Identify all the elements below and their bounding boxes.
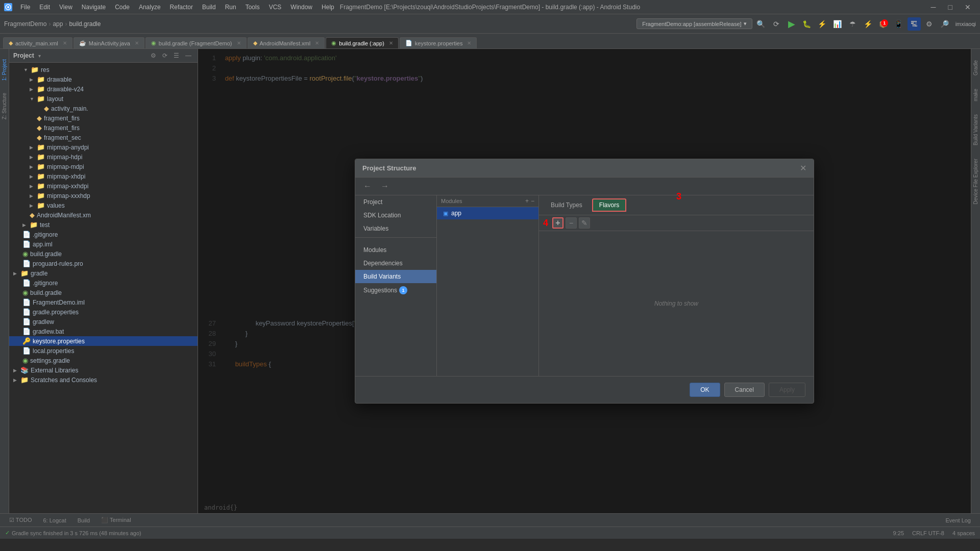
tree-item-external-libs[interactable]: ▶ 📚 External Libraries — [9, 365, 198, 375]
breadcrumb-project[interactable]: FragmentDemo — [4, 20, 46, 28]
tree-item-build-gradle-app[interactable]: ◉ build.gradle — [9, 249, 198, 259]
breadcrumb-module[interactable]: app — [53, 20, 63, 28]
tree-item-mipmap-xxxhdp[interactable]: ▶ 📁 mipmap-xxxhdp — [9, 191, 198, 201]
modal-close-button[interactable] — [605, 167, 611, 169]
attach-debug-btn[interactable]: ⚡ — [816, 17, 829, 31]
modal-menu-sdk-location[interactable]: SDK Location — [355, 209, 436, 222]
modal-menu-dependencies[interactable]: Dependencies — [355, 257, 436, 270]
tab-keystore-properties[interactable]: 📄 keystore.properties ✕ — [400, 37, 477, 48]
panel-collapse-btn[interactable]: ☰ — [172, 51, 181, 60]
panel-settings-btn[interactable]: ⚙ — [149, 51, 158, 60]
tree-item-fragment-first-2[interactable]: ◆ fragment_firs — [9, 123, 198, 133]
run-button[interactable]: ▶ — [785, 17, 798, 31]
modal-menu-variables[interactable]: Variables — [355, 222, 436, 235]
tree-item-mipmap-xxhdpi[interactable]: ▶ 📁 mipmap-xxhdpi — [9, 181, 198, 191]
search-toolbar-btn[interactable]: 🔍 — [754, 17, 768, 31]
bottom-tab-build[interactable]: Build — [72, 516, 95, 525]
modal-tab-build-types[interactable]: Build Types — [544, 199, 589, 211]
tree-item-drawable[interactable]: ▶ 📁 drawable — [9, 74, 198, 84]
tree-item-settings-gradle[interactable]: ◉ settings.gradle — [9, 356, 198, 365]
close-tab-build-gradle-project[interactable]: ✕ — [237, 40, 241, 46]
flavors-remove-btn[interactable]: − — [566, 217, 577, 229]
vert-tab-make[interactable]: make — [972, 83, 979, 107]
tree-item-drawable-v24[interactable]: ▶ 📁 drawable-v24 — [9, 84, 198, 94]
maximize-button[interactable]: □ — [943, 2, 958, 12]
menu-help[interactable]: Help — [317, 2, 338, 12]
apply-changes-btn[interactable]: ⚡ — [862, 17, 875, 31]
tree-item-activity-main[interactable]: ◆ activity_main. — [9, 104, 198, 113]
modal-menu-modules[interactable]: Modules — [355, 243, 436, 257]
tree-item-test[interactable]: ▶ 📁 test — [9, 220, 198, 230]
vert-tab-build-variants[interactable]: Build Variants — [972, 108, 979, 152]
menu-edit[interactable]: Edit — [35, 2, 54, 12]
cancel-button[interactable]: Cancel — [724, 383, 765, 397]
close-tab-build-gradle-app[interactable]: ✕ — [389, 40, 393, 46]
tree-item-gradlew[interactable]: 📄 gradlew — [9, 317, 198, 327]
menu-vcs[interactable]: VCS — [265, 2, 286, 12]
close-tab-keystore-properties[interactable]: ✕ — [467, 40, 471, 46]
sdk-manager-btn[interactable]: 📦 1 — [877, 17, 890, 31]
profile-btn[interactable]: 📊 — [831, 17, 844, 31]
tree-item-gradle[interactable]: ▶ 📁 gradle — [9, 268, 198, 278]
breadcrumb-file[interactable]: build.gradle — [69, 20, 101, 28]
vert-tab-structure[interactable]: Z: Structure — [1, 87, 8, 126]
tree-item-local-properties[interactable]: 📄 local.properties — [9, 346, 198, 356]
tree-item-scratches[interactable]: ▶ 📁 Scratches and Consoles — [9, 375, 198, 385]
menu-navigate[interactable]: Navigate — [78, 2, 110, 12]
panel-minimize-btn[interactable]: — — [183, 51, 193, 60]
run-config-selector[interactable]: FragmentDemo:app [assembleRelease] ▾ — [636, 18, 752, 29]
close-tab-androidmanifest[interactable]: ✕ — [315, 40, 319, 46]
status-crlf[interactable]: CRLF UTF-8 — [912, 530, 944, 536]
tree-item-values[interactable]: ▶ 📁 values — [9, 201, 198, 210]
vert-tab-gradle[interactable]: Gradle — [972, 54, 979, 82]
tree-item-root-gitignore[interactable]: 📄 .gitignore — [9, 278, 198, 288]
debug-button[interactable]: 🐛 — [800, 17, 814, 31]
minimize-button[interactable]: ─ — [926, 2, 941, 12]
modal-close-x[interactable]: ✕ — [800, 163, 806, 173]
tree-item-app-iml[interactable]: 📄 app.iml — [9, 239, 198, 249]
menu-window[interactable]: Window — [286, 2, 316, 12]
status-gradle-sync[interactable]: ✓ Gradle sync finished in 3 s 726 ms (48… — [5, 530, 141, 536]
modal-menu-project[interactable]: Project — [355, 195, 436, 209]
menu-code[interactable]: Code — [111, 2, 134, 12]
tree-item-gradlew-bat[interactable]: 📄 gradlew.bat — [9, 327, 198, 336]
tab-build-gradle-project[interactable]: ◉ build.gradle (FragmentDemo) ✕ — [145, 37, 247, 48]
modules-add-btn[interactable]: + — [525, 197, 529, 205]
close-button[interactable]: ✕ — [960, 2, 976, 12]
modal-nav-forward[interactable]: → — [378, 181, 392, 192]
menu-tools[interactable]: Tools — [241, 2, 264, 12]
tree-item-layout[interactable]: ▼ 📁 layout — [9, 94, 198, 104]
tree-item-fragment-first-1[interactable]: ◆ fragment_firs — [9, 113, 198, 123]
menu-refactor[interactable]: Refactor — [166, 2, 197, 12]
flavors-edit-btn[interactable]: ✎ — [579, 217, 590, 229]
tree-item-mipmap-anydpi[interactable]: ▶ 📁 mipmap-anydpi — [9, 142, 198, 152]
event-log-btn[interactable]: Event Log — [940, 516, 976, 525]
modules-remove-btn[interactable]: − — [531, 197, 534, 205]
bottom-tab-todo[interactable]: ☑ TODO — [4, 515, 37, 525]
tree-item-fragment-demo-iml[interactable]: 📄 FragmentDemo.iml — [9, 297, 198, 307]
status-indent[interactable]: 4 spaces — [952, 530, 975, 536]
menu-file[interactable]: File — [16, 2, 34, 12]
global-search-btn[interactable]: 🔎 — [938, 17, 951, 31]
vert-tab-device-file-explorer[interactable]: Device File Explorer — [972, 153, 979, 210]
tab-androidmanifest[interactable]: ◆ AndroidManifest.xml ✕ — [248, 37, 325, 48]
tree-item-mipmap-mdpi[interactable]: ▶ 📁 mipmap-mdpi — [9, 162, 198, 171]
modal-menu-build-variants[interactable]: Build Variants — [355, 270, 436, 283]
tree-item-fragment-sec[interactable]: ◆ fragment_sec — [9, 133, 198, 142]
tree-item-gradle-properties[interactable]: 📄 gradle.properties — [9, 307, 198, 317]
ok-button[interactable]: OK — [690, 383, 720, 397]
tree-item-root-build-gradle[interactable]: ◉ build.gradle — [9, 288, 198, 297]
close-tab-mainactivity[interactable]: ✕ — [135, 40, 139, 46]
avd-manager-btn[interactable]: 📱 — [892, 17, 905, 31]
menu-run[interactable]: Run — [221, 2, 240, 12]
modal-tab-flavors[interactable]: Flavors — [592, 198, 626, 212]
apply-button[interactable]: Apply — [769, 383, 805, 397]
tree-item-res[interactable]: ▼ 📁 res — [9, 65, 198, 74]
bottom-tab-logcat[interactable]: 6: Logcat — [38, 516, 71, 525]
sync-btn[interactable]: ⟳ — [770, 17, 783, 31]
vert-tab-project[interactable]: 1: Project — [1, 53, 8, 87]
close-tab-activity-main[interactable]: ✕ — [63, 40, 67, 46]
project-structure-btn[interactable]: 🏗 — [908, 17, 921, 31]
menu-analyze[interactable]: Analyze — [135, 2, 165, 12]
tab-activity-main[interactable]: ◆ activity_main.xml ✕ — [3, 37, 72, 48]
